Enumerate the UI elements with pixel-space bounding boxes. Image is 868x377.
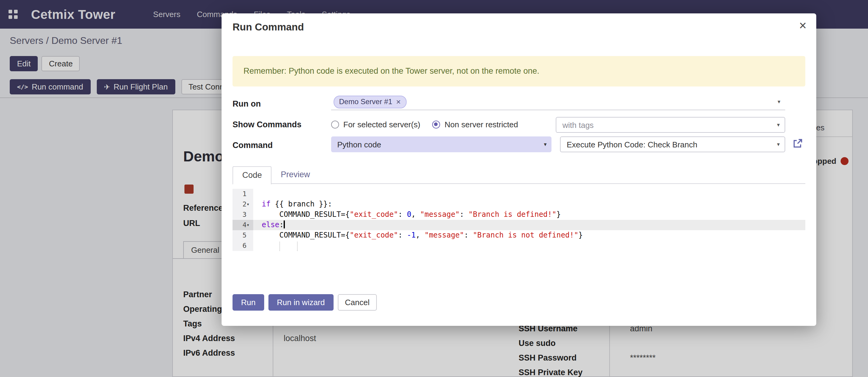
code-token: COMMAND_RESULT={ [262,210,350,219]
code-token: 0 [407,210,411,219]
python-warning-alert: Remember: Python code is executed on the… [232,56,805,86]
editor-gutter: 1 [232,189,253,199]
code-line-content[interactable] [253,189,805,199]
code-token: "Branch is not defined!" [473,231,579,239]
cancel-button[interactable]: Cancel [338,294,377,311]
line-number: 5 [243,230,247,240]
command-type-select[interactable]: Python code ▾ [331,137,552,152]
code-token: : [464,231,473,239]
line-number: 3 [243,209,247,220]
server-tag-label: Demo Server #1 [339,97,392,106]
run-on-label: Run on [232,99,261,108]
code-token: : [460,210,468,219]
editor-line-3[interactable]: 3 COMMAND_RESULT={"exit_code": 0, "messa… [232,209,805,220]
code-editor[interactable]: 12▾if {{ branch }}:3 COMMAND_RESULT={"ex… [232,189,805,251]
run-button[interactable]: Run [232,294,264,311]
chevron-down-icon: ▾ [777,141,785,147]
command-select[interactable]: Execute Python Code: Check Branch ▾ [560,137,785,152]
fold-arrow-icon: ▾ [247,199,253,209]
code-token: "message" [420,210,460,219]
code-token: } [578,231,583,239]
radio-label: Non server restricted [445,120,518,129]
code-preview-tabs: CodePreview [232,166,319,184]
editor-gutter: 3 [232,209,253,220]
editor-gutter: 4▾ [232,220,253,230]
code-token: "message" [425,231,464,239]
radio-circle[interactable] [331,121,339,128]
close-icon[interactable]: × [799,18,807,33]
code-token: else [262,221,279,229]
code-token: "exit_code" [350,210,398,219]
code-token: : [279,221,284,229]
code-line-content[interactable]: if {{ branch }}: [253,199,805,209]
code-line-content[interactable]: COMMAND_RESULT={"exit_code": -1, "messag… [253,230,805,240]
remove-tag-icon[interactable]: ✕ [396,98,401,105]
line-number: 1 [243,189,247,199]
external-link-icon[interactable] [793,138,803,149]
code-token: {{ branch }}: [271,200,332,208]
editor-line-4[interactable]: 4▾else: [232,220,805,230]
server-tag[interactable]: Demo Server #1 ✕ [334,95,407,108]
command-value: Execute Python Code: Check Branch [561,140,777,149]
code-line-content[interactable]: COMMAND_RESULT={"exit_code": 0, "message… [253,209,805,220]
radio-option[interactable]: Non server restricted [432,120,518,129]
text-cursor [284,221,285,228]
code-token: , [411,210,420,219]
indent-guide [297,242,298,251]
editor-line-6[interactable]: 6 [232,240,805,251]
code-line-content[interactable] [253,240,805,251]
modal-footer: Run Run in wizard Cancel [232,294,377,311]
modal-title: Run Command [232,21,304,33]
show-commands-radios: For selected server(s)Non server restric… [331,117,518,132]
code-token: : [398,231,407,239]
code-token: } [556,210,561,219]
with-tags-placeholder: with tags [556,120,777,129]
line-number: 6 [243,240,247,251]
screen: Cetmix Tower ServersCommandsFilesToolsSe… [0,0,868,377]
run-command-modal: Run Command × Remember: Python code is e… [222,13,816,326]
radio-label: For selected server(s) [343,120,420,129]
fold-arrow-icon: ▾ [247,220,253,230]
tab-code[interactable]: Code [232,166,272,184]
show-commands-label: Show Commands [232,120,302,129]
code-token: "exit_code" [350,231,398,239]
editor-line-1[interactable]: 1 [232,189,805,199]
line-number: 2 [243,199,247,209]
code-token: if [262,200,271,208]
indent-guide [279,242,280,251]
code-token: -1 [407,231,416,239]
editor-gutter: 2▾ [232,199,253,209]
with-tags-select[interactable]: with tags ▾ [556,117,785,133]
chevron-down-icon: ▾ [778,99,785,105]
editor-gutter: 6 [232,240,253,251]
editor-line-2[interactable]: 2▾if {{ branch }}: [232,199,805,209]
chevron-down-icon: ▾ [544,141,552,147]
code-token: : [398,210,407,219]
code-token: , [416,231,425,239]
run-in-wizard-button[interactable]: Run in wizard [269,294,334,311]
command-type-value: Python code [331,140,544,149]
editor-gutter: 5 [232,230,253,240]
code-token: COMMAND_RESULT={ [262,231,350,239]
tab-preview[interactable]: Preview [272,166,319,183]
code-token: "Branch is defined!" [468,210,556,219]
editor-line-5[interactable]: 5 COMMAND_RESULT={"exit_code": -1, "mess… [232,230,805,240]
code-line-content[interactable]: else: [253,220,805,230]
radio-circle[interactable] [432,121,440,128]
radio-option[interactable]: For selected server(s) [331,120,420,129]
run-on-field[interactable]: Demo Server #1 ✕ ▾ [331,94,785,110]
line-number: 4 [243,220,247,230]
command-label: Command [232,141,273,150]
chevron-down-icon: ▾ [777,122,785,128]
